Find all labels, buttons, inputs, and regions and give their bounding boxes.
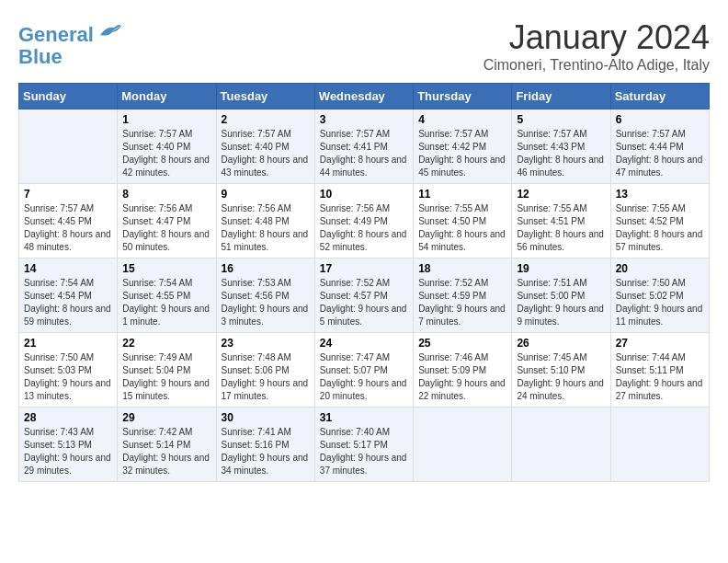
day-info: Sunrise: 7:44 AMSunset: 5:11 PMDaylight:… [616,351,704,403]
calendar-cell: 6 Sunrise: 7:57 AMSunset: 4:44 PMDayligh… [610,109,709,184]
calendar-cell: 23 Sunrise: 7:48 AMSunset: 5:06 PMDaylig… [216,333,314,408]
calendar-cell: 29 Sunrise: 7:42 AMSunset: 5:14 PMDaylig… [118,408,216,482]
calendar-cell: 31 Sunrise: 7:40 AMSunset: 5:17 PMDaylig… [314,408,413,482]
logo: General Blue [18,18,123,68]
day-info: Sunrise: 7:41 AMSunset: 5:16 PMDaylight:… [222,426,310,477]
calendar-cell: 3 Sunrise: 7:57 AMSunset: 4:41 PMDayligh… [314,109,413,184]
calendar-cell: 24 Sunrise: 7:47 AMSunset: 5:07 PMDaylig… [314,333,413,408]
calendar-week-row: 7 Sunrise: 7:57 AMSunset: 4:45 PMDayligh… [19,184,710,259]
calendar-cell [512,408,610,482]
column-header-friday: Friday [512,84,610,109]
day-number: 23 [222,337,310,350]
calendar-week-row: 14 Sunrise: 7:54 AMSunset: 4:54 PMDaylig… [19,259,710,333]
column-header-wednesday: Wednesday [314,84,413,109]
calendar-cell: 22 Sunrise: 7:49 AMSunset: 5:04 PMDaylig… [118,333,216,408]
logo-bird-icon [96,18,123,41]
day-info: Sunrise: 7:46 AMSunset: 5:09 PMDaylight:… [418,351,506,403]
day-number: 4 [418,113,506,126]
day-info: Sunrise: 7:55 AMSunset: 4:50 PMDaylight:… [418,202,506,254]
day-info: Sunrise: 7:45 AMSunset: 5:10 PMDaylight:… [517,351,605,403]
logo-text: General Blue [18,18,123,68]
day-number: 9 [222,188,310,201]
day-info: Sunrise: 7:55 AMSunset: 4:52 PMDaylight:… [616,202,704,254]
calendar-cell: 25 Sunrise: 7:46 AMSunset: 5:09 PMDaylig… [414,333,512,408]
column-header-monday: Monday [118,84,216,109]
day-number: 21 [24,337,112,350]
day-info: Sunrise: 7:54 AMSunset: 4:54 PMDaylight:… [24,277,112,328]
calendar-cell: 9 Sunrise: 7:56 AMSunset: 4:48 PMDayligh… [216,184,314,259]
day-info: Sunrise: 7:48 AMSunset: 5:06 PMDaylight:… [222,351,310,403]
day-number: 24 [320,337,408,350]
month-title: January 2024 [483,18,710,57]
day-info: Sunrise: 7:57 AMSunset: 4:43 PMDaylight:… [517,128,605,179]
calendar-cell: 16 Sunrise: 7:53 AMSunset: 4:56 PMDaylig… [216,259,314,333]
day-info: Sunrise: 7:57 AMSunset: 4:40 PMDaylight:… [222,128,310,179]
day-info: Sunrise: 7:52 AMSunset: 4:59 PMDaylight:… [418,277,506,328]
column-header-saturday: Saturday [610,84,709,109]
calendar-cell: 20 Sunrise: 7:50 AMSunset: 5:02 PMDaylig… [610,259,709,333]
calendar-cell: 4 Sunrise: 7:57 AMSunset: 4:42 PMDayligh… [414,109,512,184]
day-number: 8 [122,188,210,201]
calendar-cell: 15 Sunrise: 7:54 AMSunset: 4:55 PMDaylig… [118,259,216,333]
day-info: Sunrise: 7:57 AMSunset: 4:41 PMDaylight:… [320,128,408,179]
day-number: 26 [517,337,605,350]
calendar-table: SundayMondayTuesdayWednesdayThursdayFrid… [18,83,710,482]
day-info: Sunrise: 7:51 AMSunset: 5:00 PMDaylight:… [517,277,605,328]
day-info: Sunrise: 7:42 AMSunset: 5:14 PMDaylight:… [122,426,210,477]
day-number: 11 [418,188,506,201]
calendar-cell: 19 Sunrise: 7:51 AMSunset: 5:00 PMDaylig… [512,259,610,333]
calendar-cell: 30 Sunrise: 7:41 AMSunset: 5:16 PMDaylig… [216,408,314,482]
day-number: 30 [222,411,310,424]
calendar-cell [19,109,118,184]
calendar-cell: 11 Sunrise: 7:55 AMSunset: 4:50 PMDaylig… [414,184,512,259]
day-info: Sunrise: 7:52 AMSunset: 4:57 PMDaylight:… [320,277,408,328]
calendar-cell: 7 Sunrise: 7:57 AMSunset: 4:45 PMDayligh… [19,184,118,259]
day-info: Sunrise: 7:47 AMSunset: 5:07 PMDaylight:… [320,351,408,403]
calendar-cell: 21 Sunrise: 7:50 AMSunset: 5:03 PMDaylig… [19,333,118,408]
day-number: 22 [122,337,210,350]
day-number: 16 [222,262,310,275]
column-header-sunday: Sunday [19,84,118,109]
day-info: Sunrise: 7:57 AMSunset: 4:40 PMDaylight:… [122,128,210,179]
day-number: 12 [517,188,605,201]
day-number: 2 [222,113,310,126]
calendar-cell: 14 Sunrise: 7:54 AMSunset: 4:54 PMDaylig… [19,259,118,333]
day-info: Sunrise: 7:50 AMSunset: 5:02 PMDaylight:… [616,277,704,328]
day-info: Sunrise: 7:56 AMSunset: 4:49 PMDaylight:… [320,202,408,254]
day-number: 6 [616,113,704,126]
day-number: 18 [418,262,506,275]
calendar-cell: 5 Sunrise: 7:57 AMSunset: 4:43 PMDayligh… [512,109,610,184]
calendar-cell: 28 Sunrise: 7:43 AMSunset: 5:13 PMDaylig… [19,408,118,482]
calendar-week-row: 1 Sunrise: 7:57 AMSunset: 4:40 PMDayligh… [19,109,710,184]
calendar-cell: 8 Sunrise: 7:56 AMSunset: 4:47 PMDayligh… [118,184,216,259]
title-block: January 2024 Cimoneri, Trentino-Alto Adi… [483,18,710,74]
day-info: Sunrise: 7:53 AMSunset: 4:56 PMDaylight:… [222,277,310,328]
calendar-cell: 27 Sunrise: 7:44 AMSunset: 5:11 PMDaylig… [610,333,709,408]
calendar-cell: 26 Sunrise: 7:45 AMSunset: 5:10 PMDaylig… [512,333,610,408]
day-number: 7 [24,188,112,201]
calendar-cell: 12 Sunrise: 7:55 AMSunset: 4:51 PMDaylig… [512,184,610,259]
column-header-thursday: Thursday [414,84,512,109]
calendar-cell: 2 Sunrise: 7:57 AMSunset: 4:40 PMDayligh… [216,109,314,184]
calendar-week-row: 21 Sunrise: 7:50 AMSunset: 5:03 PMDaylig… [19,333,710,408]
page-header: General Blue January 2024 Cimoneri, Tren… [18,18,710,74]
calendar-cell [610,408,709,482]
calendar-cell: 13 Sunrise: 7:55 AMSunset: 4:52 PMDaylig… [610,184,709,259]
day-info: Sunrise: 7:56 AMSunset: 4:48 PMDaylight:… [222,202,310,254]
day-number: 17 [320,262,408,275]
day-info: Sunrise: 7:49 AMSunset: 5:04 PMDaylight:… [122,351,210,403]
day-info: Sunrise: 7:57 AMSunset: 4:42 PMDaylight:… [418,128,506,179]
calendar-week-row: 28 Sunrise: 7:43 AMSunset: 5:13 PMDaylig… [19,408,710,482]
day-number: 19 [517,262,605,275]
day-number: 27 [616,337,704,350]
day-number: 29 [122,411,210,424]
calendar-cell: 18 Sunrise: 7:52 AMSunset: 4:59 PMDaylig… [414,259,512,333]
column-header-tuesday: Tuesday [216,84,314,109]
day-info: Sunrise: 7:56 AMSunset: 4:47 PMDaylight:… [122,202,210,254]
day-number: 5 [517,113,605,126]
day-info: Sunrise: 7:55 AMSunset: 4:51 PMDaylight:… [517,202,605,254]
subtitle: Cimoneri, Trentino-Alto Adige, Italy [483,57,710,74]
day-number: 3 [320,113,408,126]
day-info: Sunrise: 7:57 AMSunset: 4:44 PMDaylight:… [616,128,704,179]
calendar-cell [414,408,512,482]
